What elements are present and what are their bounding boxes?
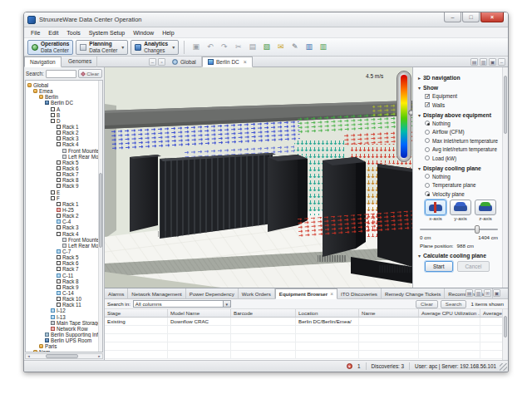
radio-button[interactable] bbox=[425, 155, 430, 160]
column-header[interactable]: Average CPU Utilization ... bbox=[419, 309, 480, 317]
tab-navigation[interactable]: Navigation bbox=[24, 57, 62, 67]
tree-item[interactable]: Main Tape Storage bbox=[26, 320, 102, 326]
axis-button[interactable] bbox=[475, 200, 496, 215]
view-maximize-icon[interactable]: ▣ bbox=[489, 58, 496, 66]
clear-filter-button[interactable]: Clear bbox=[416, 300, 438, 308]
bottom-tab[interactable]: Power Dependency bbox=[186, 288, 239, 299]
scroll-right-icon[interactable]: ► bbox=[96, 354, 102, 358]
radio-button[interactable] bbox=[425, 191, 430, 196]
section-show[interactable]: ▾ Show bbox=[418, 85, 500, 91]
table-icon[interactable]: ▤ bbox=[466, 289, 473, 297]
inspector-scrollbar[interactable] bbox=[502, 67, 508, 288]
bottom-tab[interactable]: Remedy Change Tickets bbox=[382, 288, 445, 299]
columns-icon[interactable]: ▥ bbox=[475, 289, 482, 297]
tree-item[interactable]: Rack 8 bbox=[26, 278, 102, 284]
minimize-button[interactable]: – bbox=[444, 12, 461, 22]
tree-item[interactable]: Berlin DC bbox=[26, 100, 102, 106]
export-icon[interactable]: ✉ bbox=[484, 289, 491, 297]
scrollbar-thumb[interactable] bbox=[46, 354, 78, 358]
bottom-tab[interactable]: Network Management bbox=[128, 288, 186, 299]
tree-item[interactable]: Left Rear Moun bbox=[26, 243, 102, 249]
edit-icon[interactable]: ✎ bbox=[288, 41, 301, 53]
save-icon[interactable]: ▣ bbox=[190, 41, 202, 53]
tab-global[interactable]: Global bbox=[167, 57, 202, 67]
section-cooling-plane[interactable]: ▾ Display cooling plane bbox=[418, 165, 500, 171]
tree-item[interactable]: Front Mounted bbox=[26, 237, 102, 243]
tree-item[interactable]: Rack 7 bbox=[26, 266, 102, 272]
tree-item[interactable]: Rack 10 bbox=[26, 296, 102, 302]
table-row[interactable]: ExistingDownflow CRACBerlin DC/Berlin/Em… bbox=[105, 318, 508, 326]
cut-icon[interactable]: ✂ bbox=[232, 41, 244, 53]
tree-item[interactable]: I-13 bbox=[26, 313, 102, 319]
report-green-icon[interactable]: ▥ bbox=[317, 41, 329, 53]
scroll-left-icon[interactable]: ◄ bbox=[26, 354, 32, 358]
radio-button[interactable] bbox=[425, 138, 430, 143]
cooling-plane-option[interactable]: Nothing bbox=[425, 174, 500, 180]
export-mail-icon[interactable]: ✉ bbox=[274, 41, 287, 53]
close-button[interactable]: × bbox=[480, 12, 504, 22]
display-above-option[interactable]: Load (kW) bbox=[425, 155, 500, 161]
tree-item[interactable]: B bbox=[26, 112, 102, 118]
menu-item[interactable]: Edit bbox=[44, 27, 62, 38]
column-header[interactable]: Stage bbox=[105, 309, 168, 317]
close-tab-icon[interactable]: × bbox=[330, 289, 333, 299]
cooling-plane-option[interactable]: Velocity plane bbox=[425, 191, 500, 197]
tree-item[interactable]: Rack 4 bbox=[26, 141, 102, 147]
tree-item[interactable]: Rack 8 bbox=[26, 177, 102, 183]
3d-viewport[interactable]: 4.5 m/s bbox=[105, 67, 412, 288]
section-display-above[interactable]: ▾ Display above equipment bbox=[418, 112, 500, 118]
redo-icon[interactable]: ↷ bbox=[218, 41, 230, 53]
view-split-icon[interactable]: ▤ bbox=[470, 58, 478, 66]
display-above-option[interactable]: Nothing bbox=[425, 121, 500, 126]
column-header[interactable]: Average Pow... bbox=[480, 309, 502, 317]
radio-button[interactable] bbox=[425, 130, 430, 135]
tree-item[interactable]: Berlin Supporting Infrastru bbox=[26, 332, 102, 337]
checkbox[interactable] bbox=[425, 94, 430, 99]
table-scrollbar[interactable] bbox=[502, 309, 508, 360]
resize-grip[interactable] bbox=[500, 363, 507, 371]
cancel-button[interactable]: Cancel bbox=[457, 261, 490, 272]
view-grid-icon[interactable]: ▥ bbox=[480, 58, 487, 66]
menu-item[interactable]: System Setup bbox=[85, 27, 130, 38]
slider-handle[interactable] bbox=[475, 225, 480, 234]
mode-button[interactable]: Analytics Changes ▾ bbox=[131, 40, 179, 55]
close-tab-icon[interactable]: × bbox=[244, 59, 247, 65]
tree-item[interactable]: Emea bbox=[26, 88, 102, 94]
tree-item[interactable]: Rack 3 bbox=[26, 224, 102, 230]
clear-search-button[interactable]: Clear bbox=[78, 69, 102, 78]
axis-button[interactable] bbox=[425, 200, 446, 215]
radio-button[interactable] bbox=[425, 147, 430, 152]
tree-item[interactable]: Global bbox=[26, 82, 102, 88]
report-blue-icon[interactable]: ▥ bbox=[303, 41, 315, 53]
tree-item[interactable]: Front Mounted bbox=[26, 148, 102, 154]
bottom-tab[interactable]: Equipment Browser × bbox=[275, 288, 337, 299]
chevron-down-icon[interactable]: ▾ bbox=[121, 44, 124, 50]
checkbox[interactable] bbox=[425, 102, 430, 107]
search-button[interactable]: Search bbox=[441, 300, 467, 308]
tree-item[interactable]: Rack 2 bbox=[26, 130, 102, 135]
tree-item[interactable]: C-4 bbox=[26, 219, 102, 224]
tree-item[interactable]: Rack 5 bbox=[26, 160, 102, 165]
tree-item[interactable]: C-14 bbox=[26, 290, 102, 296]
section-calculate[interactable]: ▾ Calculate cooling plane bbox=[418, 253, 500, 259]
menu-item[interactable]: Tools bbox=[62, 27, 84, 38]
velocity-color-scale[interactable] bbox=[397, 71, 411, 162]
tree-item[interactable]: Rack 2 bbox=[26, 213, 102, 219]
tree-item[interactable]: Nam bbox=[26, 349, 102, 352]
settings-icon[interactable]: ▣ bbox=[493, 289, 500, 297]
bottom-tab[interactable]: ITO Discoveries bbox=[337, 288, 382, 299]
tree-item[interactable]: C-7 bbox=[26, 249, 102, 254]
tree-item[interactable]: Rack 4 bbox=[26, 231, 102, 237]
tab-genomes[interactable]: Genomes bbox=[63, 57, 97, 67]
plane-position-slider[interactable] bbox=[420, 225, 498, 234]
display-above-option[interactable]: Max inlet/return temperature bbox=[425, 138, 500, 144]
tree-item[interactable]: Berlin UPS Room bbox=[26, 337, 102, 343]
bottom-tab[interactable]: Alarms bbox=[105, 288, 128, 299]
tree-item[interactable]: C-11 bbox=[26, 273, 102, 278]
show-option[interactable]: Equipment bbox=[425, 93, 500, 99]
section-3d-navigation[interactable]: ▸ 3D navigation bbox=[418, 75, 500, 81]
tree-horizontal-scrollbar[interactable]: ◄ ► bbox=[25, 353, 103, 359]
tree-item[interactable]: Rack 7 bbox=[26, 171, 102, 177]
undo-icon[interactable]: ↶ bbox=[204, 41, 216, 53]
detach-panel-icon[interactable]: ▫ bbox=[158, 58, 165, 66]
